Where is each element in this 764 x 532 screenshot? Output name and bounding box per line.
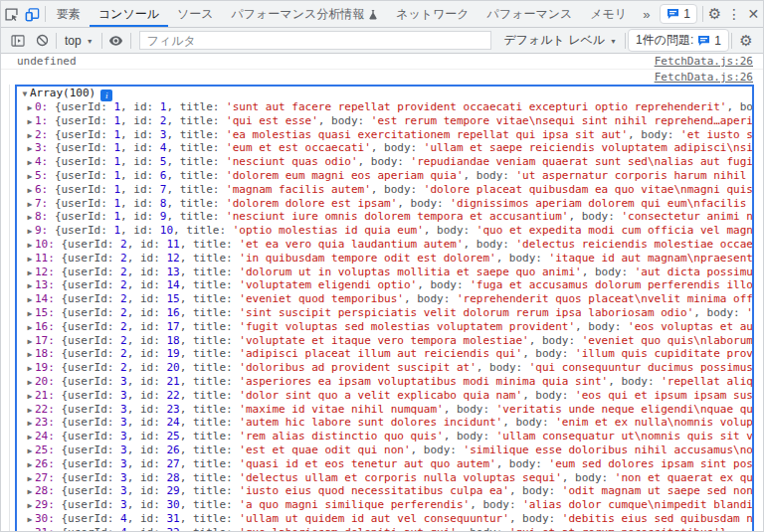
array-header[interactable]: ▼Array(100)i xyxy=(17,87,752,100)
issues-button[interactable]: 1件の問題: 1 xyxy=(628,29,729,52)
tab-sources[interactable]: ソース xyxy=(168,1,223,27)
log-levels-dropdown[interactable]: デフォルト レベル ▼ xyxy=(497,32,623,49)
context-selector-dropdown[interactable]: top ▼ xyxy=(59,34,99,48)
array-item-row[interactable]: ▶30: {userId: 4, id: 31, title: 'ullam u… xyxy=(17,512,752,526)
item-index: 10: xyxy=(35,238,62,251)
expand-triangle-icon[interactable]: ▶ xyxy=(25,458,35,471)
array-item-row[interactable]: ▶23: {userId: 3, id: 24, title: 'autem h… xyxy=(17,416,752,430)
array-item-row[interactable]: ▶20: {userId: 3, id: 21, title: 'asperio… xyxy=(17,375,752,389)
console-settings-gear-icon[interactable]: ⚙ xyxy=(734,32,758,50)
device-toolbar-icon[interactable] xyxy=(22,1,43,27)
array-item-row[interactable]: ▶21: {userId: 3, id: 22, title: 'dolor s… xyxy=(17,389,752,403)
expand-triangle-icon[interactable]: ▶ xyxy=(25,156,35,169)
title-value: 'iusto eius quod necessitatibus culpa ea… xyxy=(239,484,509,497)
array-item-row[interactable]: ▶16: {userId: 2, id: 17, title: 'fugit v… xyxy=(17,320,752,334)
clear-console-icon[interactable] xyxy=(30,29,54,53)
expand-triangle-icon[interactable]: ▶ xyxy=(25,184,35,197)
array-item-row[interactable]: ▶5: {userId: 1, id: 6, title: 'dolorem e… xyxy=(17,169,752,183)
body-value: 'delectus reiciendis molestiae occaecati… xyxy=(516,238,753,251)
array-item-row[interactable]: ▶4: {userId: 1, id: 5, title: 'nesciunt … xyxy=(17,155,752,169)
array-item-row[interactable]: ▶9: {userId: 1, id: 10, title: 'optio mo… xyxy=(17,224,752,238)
expand-triangle-icon[interactable]: ▶ xyxy=(25,115,35,128)
array-item-row[interactable]: ▶15: {userId: 2, id: 16, title: 'sint su… xyxy=(17,306,752,320)
expand-triangle-icon[interactable]: ▶ xyxy=(25,348,35,361)
array-item-row[interactable]: ▶28: {userId: 3, id: 29, title: 'iusto e… xyxy=(17,484,752,498)
array-item-row[interactable]: ▶27: {userId: 3, id: 28, title: 'delectu… xyxy=(17,471,752,485)
expand-triangle-icon[interactable]: ▶ xyxy=(25,253,35,266)
array-item-row[interactable]: ▶8: {userId: 1, id: 9, title: 'nesciunt … xyxy=(17,210,752,224)
expand-triangle-icon[interactable]: ▶ xyxy=(25,307,35,320)
expand-triangle-icon[interactable]: ▶ xyxy=(25,142,35,155)
expand-triangle-icon[interactable]: ▶ xyxy=(25,513,35,526)
expand-triangle-icon[interactable]: ▶ xyxy=(25,129,35,142)
tab-memory[interactable]: メモリ xyxy=(581,1,636,27)
array-item-row[interactable]: ▶14: {userId: 2, id: 15, title: 'eveniet… xyxy=(17,292,752,306)
array-item-row[interactable]: ▶13: {userId: 2, id: 14, title: 'volupta… xyxy=(17,278,752,292)
expand-triangle-icon[interactable]: ▶ xyxy=(25,417,35,430)
expand-triangle-icon[interactable]: ▶ xyxy=(25,472,35,485)
expand-triangle-icon[interactable]: ▶ xyxy=(25,444,35,457)
tab-console[interactable]: コンソール xyxy=(90,1,168,27)
array-item-row[interactable]: ▶31: {userId: 4, id: 32, title: 'quo lab… xyxy=(17,526,752,531)
array-item-row[interactable]: ▶6: {userId: 1, id: 7, title: 'magnam fa… xyxy=(17,183,752,197)
array-item-row[interactable]: ▶3: {userId: 1, id: 4, title: 'eum et es… xyxy=(17,141,752,155)
source-link[interactable]: FetchData.js:26 xyxy=(655,55,753,68)
tab-elements[interactable]: 要素 xyxy=(48,1,90,27)
tab-performance[interactable]: パフォーマンス xyxy=(478,1,582,27)
body-value: 'dignissimos aperiam dolorem qui eum\nfa… xyxy=(450,197,752,210)
array-item-row[interactable]: ▶25: {userId: 3, id: 26, title: 'est et … xyxy=(17,443,752,457)
array-item-row[interactable]: ▶12: {userId: 2, id: 13, title: 'dolorum… xyxy=(17,266,752,279)
expand-triangle-icon[interactable]: ▶ xyxy=(25,390,35,403)
kebab-menu-icon[interactable]: ⋮ xyxy=(724,1,743,27)
expand-triangle-icon[interactable]: ▶ xyxy=(25,170,35,183)
expand-triangle-icon[interactable]: ▶ xyxy=(25,321,35,334)
issues-counter-button[interactable]: 1 xyxy=(660,4,697,24)
array-item-row[interactable]: ▶22: {userId: 3, id: 23, title: 'maxime … xyxy=(17,403,752,417)
expand-triangle-icon[interactable]: ▶ xyxy=(25,211,35,224)
chevron-down-icon: ▼ xyxy=(610,38,617,45)
tab-performance-insights[interactable]: パフォーマンス分析情報 xyxy=(223,1,388,27)
array-item-row[interactable]: ▶2: {userId: 1, id: 3, title: 'ea molest… xyxy=(17,128,752,142)
body-value: 'debitis eius sed quibusdam non quis con… xyxy=(562,512,752,525)
console-output: undefined FetchData.js:26 FetchData.js:2… xyxy=(1,54,763,531)
filter-input[interactable] xyxy=(139,31,492,50)
body-value: 'eos qui et ipsum ipsam suscipit aut\nse… xyxy=(575,389,752,402)
expand-triangle-icon[interactable]: ▶ xyxy=(25,335,35,348)
array-item-row[interactable]: ▶17: {userId: 2, id: 18, title: 'volupta… xyxy=(17,334,752,348)
array-item-row[interactable]: ▶19: {userId: 2, id: 20, title: 'dolorib… xyxy=(17,361,752,375)
expand-triangle-icon[interactable]: ▶ xyxy=(25,293,35,306)
expand-triangle-icon[interactable]: ▶ xyxy=(25,279,35,292)
expand-triangle-icon[interactable]: ▶ xyxy=(25,198,35,211)
close-devtools-icon[interactable]: ✕ xyxy=(744,1,763,27)
expand-triangle-icon[interactable]: ▶ xyxy=(25,266,35,279)
array-item-row[interactable]: ▶18: {userId: 2, id: 19, title: 'adipisc… xyxy=(17,347,752,361)
settings-gear-icon[interactable]: ⚙ xyxy=(705,1,724,27)
item-index: 3: xyxy=(35,141,55,154)
expand-triangle-icon[interactable]: ▶ xyxy=(25,404,35,417)
expand-triangle-icon[interactable]: ▶ xyxy=(25,225,35,238)
array-item-row[interactable]: ▶1: {userId: 1, id: 2, title: 'qui est e… xyxy=(17,114,752,128)
live-expression-eye-icon[interactable] xyxy=(104,29,128,53)
expand-triangle-icon[interactable]: ▶ xyxy=(25,362,35,375)
more-tabs-button[interactable]: » xyxy=(636,1,657,27)
item-index: 16: xyxy=(35,320,62,333)
array-item-row[interactable]: ▶26: {userId: 3, id: 27, title: 'quasi i… xyxy=(17,457,752,471)
inspect-element-icon[interactable] xyxy=(1,1,22,27)
source-link[interactable]: FetchData.js:26 xyxy=(655,71,753,84)
expand-triangle-icon[interactable]: ▶ xyxy=(25,527,35,531)
expand-triangle-icon[interactable]: ▶ xyxy=(25,431,35,443)
array-item-row[interactable]: ▶29: {userId: 3, id: 30, title: 'a quo m… xyxy=(17,498,752,512)
expand-triangle-icon[interactable]: ▶ xyxy=(25,499,35,512)
expand-triangle-icon[interactable]: ▶ xyxy=(25,239,35,252)
collapse-triangle-icon[interactable]: ▼ xyxy=(20,88,30,101)
expand-triangle-icon[interactable]: ▶ xyxy=(25,101,35,114)
array-item-row[interactable]: ▶0: {userId: 1, id: 1, title: 'sunt aut … xyxy=(17,100,752,114)
expand-triangle-icon[interactable]: ▶ xyxy=(25,485,35,498)
array-item-row[interactable]: ▶10: {userId: 2, id: 11, title: 'et ea v… xyxy=(17,238,752,252)
tab-network[interactable]: ネットワーク xyxy=(387,1,478,27)
array-item-row[interactable]: ▶11: {userId: 2, id: 12, title: 'in quib… xyxy=(17,252,752,266)
expand-triangle-icon[interactable]: ▶ xyxy=(25,376,35,389)
array-item-row[interactable]: ▶24: {userId: 3, id: 25, title: 'rem ali… xyxy=(17,430,752,443)
array-item-row[interactable]: ▶7: {userId: 1, id: 8, title: 'dolorem d… xyxy=(17,197,752,211)
console-sidebar-icon[interactable] xyxy=(6,29,30,53)
